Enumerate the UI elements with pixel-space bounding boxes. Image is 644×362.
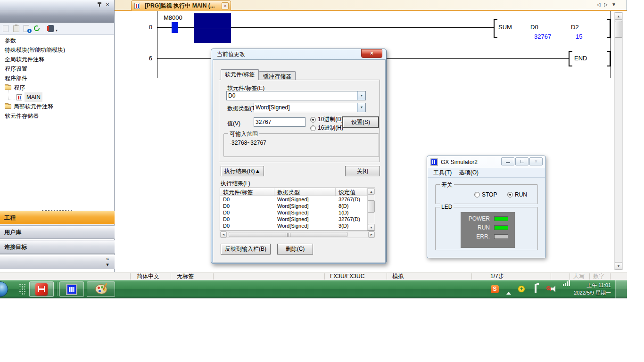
instruction-op[interactable]: END — [574, 55, 587, 62]
device-combo[interactable]: D0 ▼ — [226, 91, 366, 100]
table-vertical-scrollbar[interactable]: ▲ ▼ — [367, 188, 375, 230]
start-button[interactable] — [0, 281, 8, 297]
scroll-up-icon[interactable]: ▲ — [368, 188, 375, 195]
scroll-left-icon[interactable]: ◄ — [220, 231, 227, 238]
table-row[interactable]: D0Word[Signed]32767(D) — [220, 216, 375, 222]
taskbar-button-gx-works2[interactable] — [29, 281, 54, 297]
delete-button[interactable]: 删除(C) — [277, 244, 313, 255]
radio-hexadecimal[interactable]: 16进制(H) — [310, 124, 343, 132]
tree-item-parameters[interactable]: 参数 — [0, 36, 114, 45]
clock-date: 2022/5/9 星期一 — [574, 290, 611, 296]
instruction-op[interactable]: SUM — [498, 24, 512, 31]
paint-icon — [95, 284, 107, 294]
clipboard-tray-icon[interactable] — [535, 285, 537, 292]
chevron-down-icon[interactable]: ▼ — [357, 103, 365, 112]
status-num-indicator: 数字 — [593, 273, 604, 280]
antivirus-tray-icon[interactable]: + — [518, 285, 525, 293]
screen: × i ▾ 参数 特殊模块(智能功能模块) 全局软元件注释 程序设置 程序部件 … — [0, 0, 644, 362]
table-row[interactable]: D0Word[Signed]8(D) — [220, 203, 375, 209]
show-desktop-button[interactable] — [615, 280, 627, 298]
minimize-button[interactable] — [501, 157, 514, 165]
tree-item-program-settings[interactable]: 程序设置 — [0, 64, 114, 74]
tab-main-program[interactable]: [PRG]监视 执行中 MAIN (... × — [131, 0, 231, 11]
scroll-down-icon[interactable]: ▼ — [615, 262, 622, 270]
tab-scroll-controls[interactable]: ◁▷▼ — [597, 2, 620, 7]
contact-label: M8000 — [164, 14, 182, 21]
sogou-input-icon[interactable]: S — [491, 285, 499, 293]
execution-result-table[interactable]: 软元件/标签 数据类型 设定值 D0Word[Signed]32767(D) D… — [220, 188, 375, 231]
table-header-row: 软元件/标签 数据类型 设定值 — [220, 188, 375, 196]
up-arrow-icon — [506, 285, 511, 295]
scroll-right-icon[interactable]: ► — [368, 231, 375, 238]
table-horizontal-scrollbar[interactable]: ◄ ► — [220, 231, 375, 238]
tab-close-icon[interactable]: × — [222, 2, 229, 9]
refresh-icon[interactable] — [33, 24, 42, 33]
system-tray: S + 上午 11:01 2022/5/9 星期一 — [486, 280, 627, 298]
tree-item-program-parts[interactable]: 程序部件 — [0, 74, 114, 83]
nav-button-user-library[interactable]: 用户库 — [0, 225, 115, 239]
navigation-pane: × i ▾ 参数 特殊模块(智能功能模块) 全局软元件注释 程序设置 程序部件 … — [0, 0, 115, 272]
led-panel: POWER RUN ERR. — [461, 212, 515, 248]
instruction-arg1[interactable]: D0 — [530, 24, 538, 31]
radio-stop[interactable]: STOP — [474, 191, 497, 198]
scroll-up-icon[interactable]: ▲ — [615, 12, 622, 20]
chevron-more-icon[interactable]: »▾ — [106, 256, 109, 267]
show-hidden-icons[interactable] — [506, 285, 511, 292]
close-button[interactable]: 关闭 — [345, 166, 380, 176]
menu-options[interactable]: 选项(O) — [459, 169, 479, 176]
tree-item-special-module[interactable]: 特殊模块(智能功能模块) — [0, 45, 114, 55]
instruction-arg2[interactable]: D2 — [571, 24, 579, 31]
scrollbar-thumb[interactable] — [229, 232, 347, 237]
clipboard-icon[interactable] — [12, 24, 21, 33]
radio-icon[interactable] — [474, 192, 480, 197]
tree-item-local-comment[interactable]: 局部软元件注释 — [0, 102, 114, 111]
taskbar-button-gx-simulator[interactable] — [59, 281, 84, 297]
pane-splitter[interactable] — [0, 206, 114, 211]
document-tab-bar: [PRG]监视 执行中 MAIN (... × ◁▷▼ — [115, 0, 627, 11]
radio-decimal[interactable]: 10进制(D) — [310, 115, 343, 123]
clock-time: 上午 11:01 — [586, 282, 611, 288]
reflect-to-input-button[interactable]: 反映到输入栏(B) — [221, 244, 271, 255]
nav-button-connection-target[interactable]: 连接目标 — [0, 240, 115, 254]
dialog-close-button[interactable]: × — [361, 49, 382, 58]
contact-m8000[interactable] — [172, 22, 178, 33]
tree-item-program[interactable]: 程序 — [0, 83, 114, 92]
scrollbar-thumb[interactable] — [368, 200, 375, 213]
scrollbar-thumb[interactable] — [615, 21, 622, 38]
table-row[interactable]: D0Word[Signed]1(D) — [220, 209, 375, 216]
tree-item-main[interactable]: MAIN — [0, 92, 114, 102]
paste-icon[interactable] — [1, 24, 11, 33]
radio-run[interactable]: RUN — [507, 191, 527, 198]
menu-tools[interactable]: 工具(T) — [433, 169, 452, 176]
tab-device-label[interactable]: 软元件/标签 — [221, 69, 259, 80]
nav-button-project[interactable]: 工程 — [0, 211, 115, 224]
editor-vertical-scrollbar[interactable]: ▲ ▼ — [614, 12, 623, 270]
info-document-icon[interactable]: i — [22, 24, 32, 33]
table-row[interactable]: D0Word[Signed]3(D) — [220, 222, 375, 229]
radio-icon[interactable] — [310, 117, 316, 123]
radio-icon[interactable] — [310, 125, 316, 131]
tree-item-device-memory[interactable]: 软元件存储器 — [0, 111, 114, 121]
set-button[interactable]: 设置(S) — [342, 116, 379, 128]
taskbar-button-paint[interactable] — [87, 281, 115, 297]
left-power-rail — [157, 11, 157, 78]
taskbar-clock[interactable]: 上午 11:01 2022/5/9 星期一 — [564, 281, 611, 296]
sort-filter-icon[interactable]: ▾ — [47, 24, 57, 33]
datatype-combo[interactable]: Word[Signed] ▼ — [254, 103, 366, 112]
execution-result-toggle-button[interactable]: 执行结果(R)▲ — [221, 166, 264, 176]
simulator-menu-bar: 工具(T) 选项(O) — [428, 168, 545, 178]
pin-icon[interactable] — [97, 2, 102, 8]
radio-icon[interactable] — [507, 192, 513, 197]
close-icon[interactable]: × — [104, 1, 111, 8]
maximize-button[interactable] — [515, 157, 528, 165]
value-input[interactable]: 32767 — [254, 117, 305, 127]
simulator-title: GX Simulator2 — [441, 159, 478, 165]
table-row[interactable]: D0Word[Signed]32767(D) — [220, 196, 375, 203]
led-row-power: POWER — [461, 214, 515, 223]
chevron-down-icon[interactable]: ▼ — [357, 91, 365, 100]
selection-cursor-cell[interactable] — [194, 13, 231, 43]
tree-item-global-comment[interactable]: 全局软元件注释 — [0, 55, 114, 64]
scroll-down-icon[interactable]: ▼ — [368, 224, 375, 230]
rung-number: 0 — [132, 24, 152, 31]
nav-bar-overflow[interactable]: »▾ — [0, 255, 115, 269]
